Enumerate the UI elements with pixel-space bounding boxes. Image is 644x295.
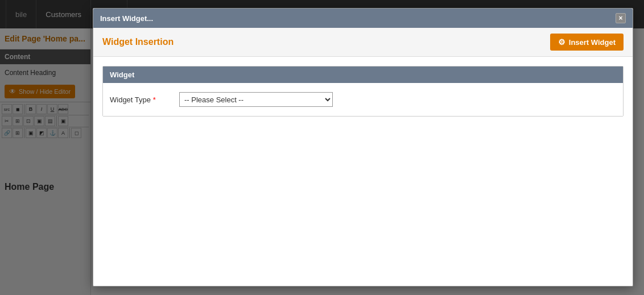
- widget-section-body: Widget Type * -- Please Select --: [103, 83, 623, 116]
- insert-widget-button[interactable]: ⚙ Insert Widget: [550, 34, 624, 51]
- modal-header-title: Widget Insertion: [102, 37, 174, 47]
- insert-widget-modal: Insert Widget... × Widget Insertion ⚙ In…: [93, 8, 633, 286]
- modal-titlebar: Insert Widget... ×: [93, 9, 633, 28]
- widget-type-select[interactable]: -- Please Select --: [179, 92, 333, 107]
- modal-header: Widget Insertion ⚙ Insert Widget: [93, 28, 633, 57]
- gear-icon: ⚙: [558, 38, 565, 47]
- widget-type-row: Widget Type * -- Please Select --: [110, 92, 616, 107]
- required-star: *: [153, 95, 156, 104]
- widget-section-header: Widget: [103, 67, 623, 83]
- modal-body: Widget Widget Type * -- Please Select --: [93, 57, 633, 126]
- widget-section: Widget Widget Type * -- Please Select --: [102, 66, 624, 117]
- modal-title: Insert Widget...: [100, 14, 153, 23]
- modal-close-button[interactable]: ×: [616, 13, 626, 23]
- widget-type-label: Widget Type *: [110, 95, 172, 104]
